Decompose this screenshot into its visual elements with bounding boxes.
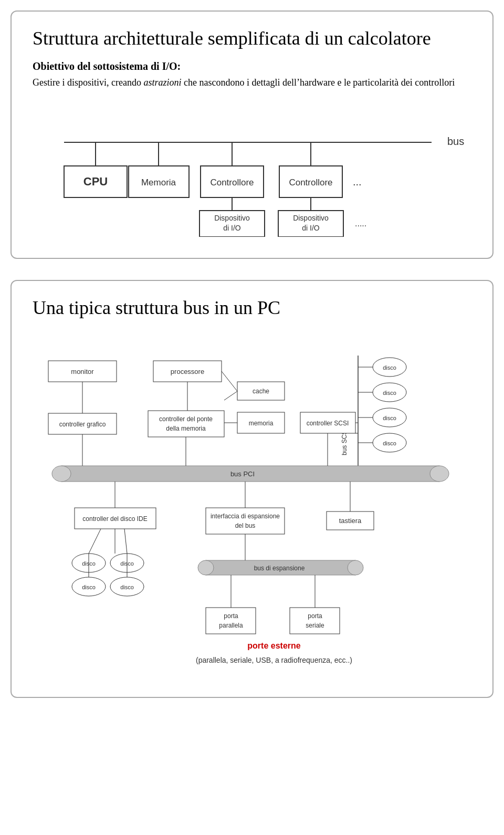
svg-text:porta: porta xyxy=(224,612,238,620)
svg-rect-70 xyxy=(206,508,285,534)
svg-text:CPU: CPU xyxy=(83,175,108,188)
svg-text:Dispositivo: Dispositivo xyxy=(214,214,250,222)
svg-point-62 xyxy=(52,466,71,482)
svg-text:disco: disco xyxy=(383,415,396,421)
svg-text:bus di espansione: bus di espansione xyxy=(254,565,305,572)
svg-text:controller grafico: controller grafico xyxy=(59,421,106,428)
svg-text:tastiera: tastiera xyxy=(339,517,362,525)
svg-rect-99 xyxy=(290,608,340,634)
svg-line-56 xyxy=(224,391,237,400)
svg-text:interfaccia di espansione: interfaccia di espansione xyxy=(211,513,280,520)
svg-text:disco: disco xyxy=(383,364,396,371)
svg-text:seriale: seriale xyxy=(306,622,324,629)
svg-text:di I/O: di I/O xyxy=(302,224,320,232)
svg-text:controller del disco IDE: controller del disco IDE xyxy=(82,515,147,523)
slide1-title: Struttura architetturale semplificata di… xyxy=(33,27,471,50)
svg-text:monitor: monitor xyxy=(71,368,94,375)
slide1-body: Gestire i dispositivi, creando astrazion… xyxy=(33,76,471,90)
svg-text:disco: disco xyxy=(383,440,396,446)
svg-text:bus PCI: bus PCI xyxy=(230,470,255,478)
svg-point-63 xyxy=(430,466,449,482)
svg-text:(parallela, seriale, USB, a ra: (parallela, seriale, USB, a radiofrequen… xyxy=(196,656,352,664)
svg-text:della memoria: della memoria xyxy=(166,425,206,432)
svg-line-55 xyxy=(222,371,237,391)
slide1-body-italic: astrazioni xyxy=(143,77,181,88)
svg-text:controller SCSI: controller SCSI xyxy=(307,420,349,427)
slide2: Una tipica struttura bus in un PC monito… xyxy=(10,280,494,698)
slide2-title: Una tipica struttura bus in un PC xyxy=(33,297,471,319)
svg-text:cache: cache xyxy=(253,388,269,395)
svg-text:parallela: parallela xyxy=(219,622,243,629)
svg-line-88 xyxy=(124,529,127,554)
svg-text:porte esterne: porte esterne xyxy=(247,641,300,650)
svg-text:Controllore: Controllore xyxy=(210,178,254,187)
slide1-body-text1: Gestire i dispositivi, creando xyxy=(33,77,143,88)
svg-text:Dispositivo: Dispositivo xyxy=(293,214,329,222)
svg-text:Controllore: Controllore xyxy=(289,178,332,187)
svg-text:disco: disco xyxy=(82,584,96,590)
svg-text:disco: disco xyxy=(120,584,134,590)
svg-text:di I/O: di I/O xyxy=(223,224,241,232)
svg-rect-96 xyxy=(206,608,256,634)
svg-text:bus: bus xyxy=(447,135,464,147)
svg-point-92 xyxy=(198,560,214,575)
svg-line-86 xyxy=(89,529,101,554)
svg-text:.....: ..... xyxy=(355,219,366,228)
svg-text:porta: porta xyxy=(308,612,322,620)
slide1: Struttura architetturale semplificata di… xyxy=(10,11,494,259)
diagram1: bus CPU Memoria Controllore Controllore … xyxy=(33,111,484,237)
slide1-body-text2: che nascondono i dettagli dell’hardware … xyxy=(182,77,455,88)
svg-text:del bus: del bus xyxy=(235,522,256,529)
svg-text:...: ... xyxy=(353,176,362,187)
slide1-subtitle: Obiettivo del sottosistema di I/O: xyxy=(33,60,471,72)
svg-text:processore: processore xyxy=(171,368,204,375)
svg-text:memoria: memoria xyxy=(249,420,274,427)
svg-rect-46 xyxy=(148,411,224,437)
svg-text:disco: disco xyxy=(383,390,396,396)
svg-text:controller del ponte: controller del ponte xyxy=(159,415,213,423)
diagram2: monitor processore cache bus SCSI disco … xyxy=(33,329,484,676)
svg-point-93 xyxy=(348,560,363,575)
svg-text:Memoria: Memoria xyxy=(141,178,176,187)
